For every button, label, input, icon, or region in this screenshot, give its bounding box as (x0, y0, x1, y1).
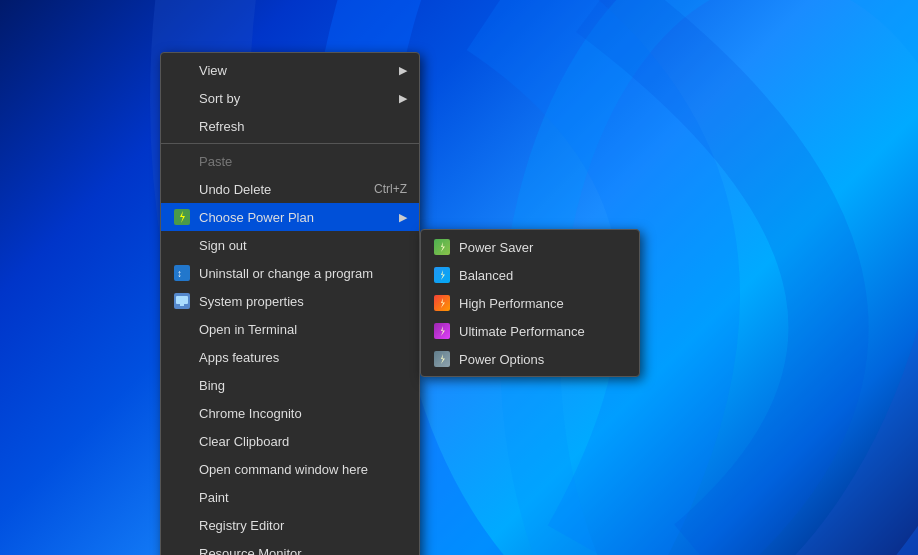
menu-item-system-properties[interactable]: System properties (161, 287, 419, 315)
refresh-label: Refresh (199, 119, 407, 134)
balanced-label: Balanced (459, 268, 627, 283)
power-plan-submenu: Power SaverBalancedHigh PerformanceUltim… (420, 229, 640, 377)
menu-item-choose-power-plan[interactable]: Choose Power Plan▶ (161, 203, 419, 231)
menu-item-paste[interactable]: Paste (161, 147, 419, 175)
chrome-incognito-label: Chrome Incognito (199, 406, 407, 421)
uninstall-change-label: Uninstall or change a program (199, 266, 407, 281)
paint-icon (173, 488, 191, 506)
menu-item-sort-by[interactable]: Sort by▶ (161, 84, 419, 112)
submenu-item-ultimate-performance[interactable]: Ultimate Performance (421, 317, 639, 345)
undo-delete-label: Undo Delete (199, 182, 374, 197)
menu-item-view[interactable]: View▶ (161, 56, 419, 84)
system-properties-icon (173, 292, 191, 310)
menu-item-bing[interactable]: Bing (161, 371, 419, 399)
choose-power-plan-arrow: ▶ (399, 211, 407, 224)
open-terminal-label: Open in Terminal (199, 322, 407, 337)
menu-item-uninstall-change[interactable]: ↕Uninstall or change a program (161, 259, 419, 287)
refresh-icon (173, 117, 191, 135)
sort-by-arrow: ▶ (399, 92, 407, 105)
choose-power-plan-icon (173, 208, 191, 226)
registry-editor-icon (173, 516, 191, 534)
menu-item-chrome-incognito[interactable]: Chrome Incognito (161, 399, 419, 427)
menu-item-open-terminal[interactable]: Open in Terminal (161, 315, 419, 343)
resource-monitor-label: Resource Monitor (199, 546, 407, 556)
menu-separator (161, 143, 419, 144)
menu-item-clear-clipboard[interactable]: Clear Clipboard (161, 427, 419, 455)
context-menu: View▶Sort by▶RefreshPasteUndo DeleteCtrl… (160, 52, 420, 555)
svg-rect-8 (176, 296, 188, 304)
clear-clipboard-icon (173, 432, 191, 450)
open-command-window-label: Open command window here (199, 462, 407, 477)
submenu-item-balanced[interactable]: Balanced (421, 261, 639, 289)
bing-icon (173, 376, 191, 394)
clear-clipboard-label: Clear Clipboard (199, 434, 407, 449)
ultimate-performance-label: Ultimate Performance (459, 324, 627, 339)
apps-features-icon (173, 348, 191, 366)
sign-out-icon (173, 236, 191, 254)
power-options-label: Power Options (459, 352, 627, 367)
view-arrow: ▶ (399, 64, 407, 77)
uninstall-change-icon: ↕ (173, 264, 191, 282)
power-saver-label: Power Saver (459, 240, 627, 255)
menu-item-sign-out[interactable]: Sign out (161, 231, 419, 259)
svg-marker-22 (441, 326, 445, 336)
sort-by-label: Sort by (199, 91, 399, 106)
balanced-icon (433, 266, 451, 284)
svg-marker-21 (441, 298, 445, 308)
view-label: View (199, 63, 399, 78)
svg-marker-20 (441, 270, 445, 280)
undo-delete-icon (173, 180, 191, 198)
chrome-incognito-icon (173, 404, 191, 422)
submenu-item-high-performance[interactable]: High Performance (421, 289, 639, 317)
paste-icon (173, 152, 191, 170)
menu-item-refresh[interactable]: Refresh (161, 112, 419, 140)
registry-editor-label: Registry Editor (199, 518, 407, 533)
open-command-window-icon (173, 460, 191, 478)
high-performance-label: High Performance (459, 296, 627, 311)
submenu-item-power-options[interactable]: Power Options (421, 345, 639, 373)
undo-delete-shortcut: Ctrl+Z (374, 182, 407, 196)
sort-by-icon (173, 89, 191, 107)
paste-label: Paste (199, 154, 407, 169)
power-saver-icon (433, 238, 451, 256)
menu-item-resource-monitor[interactable]: Resource Monitor (161, 539, 419, 555)
view-icon (173, 61, 191, 79)
svg-text:↕: ↕ (177, 268, 182, 279)
menu-item-apps-features[interactable]: Apps features (161, 343, 419, 371)
resource-monitor-icon (173, 544, 191, 555)
power-options-icon (433, 350, 451, 368)
menu-item-registry-editor[interactable]: Registry Editor (161, 511, 419, 539)
svg-rect-9 (180, 304, 184, 306)
submenu-item-power-saver[interactable]: Power Saver (421, 233, 639, 261)
paint-label: Paint (199, 490, 407, 505)
ultimate-performance-icon (433, 322, 451, 340)
apps-features-label: Apps features (199, 350, 407, 365)
sign-out-label: Sign out (199, 238, 407, 253)
svg-marker-23 (441, 354, 445, 364)
svg-marker-19 (441, 242, 445, 252)
menu-item-paint[interactable]: Paint (161, 483, 419, 511)
system-properties-label: System properties (199, 294, 407, 309)
menu-item-undo-delete[interactable]: Undo DeleteCtrl+Z (161, 175, 419, 203)
menu-item-open-command-window[interactable]: Open command window here (161, 455, 419, 483)
open-terminal-icon (173, 320, 191, 338)
choose-power-plan-label: Choose Power Plan (199, 210, 399, 225)
bing-label: Bing (199, 378, 407, 393)
high-performance-icon (433, 294, 451, 312)
